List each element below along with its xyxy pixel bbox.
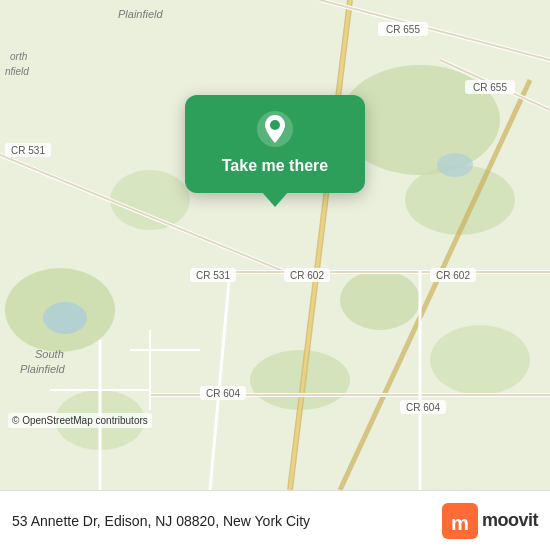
svg-point-10 [437, 153, 473, 177]
svg-text:CR 655: CR 655 [386, 24, 420, 35]
moovit-text: moovit [482, 510, 538, 531]
svg-text:CR 531: CR 531 [196, 270, 230, 281]
svg-text:CR 655: CR 655 [473, 82, 507, 93]
svg-text:Plainfield: Plainfield [20, 363, 66, 375]
svg-text:m: m [451, 511, 469, 533]
svg-text:nfield: nfield [5, 66, 29, 77]
svg-text:CR 602: CR 602 [436, 270, 470, 281]
svg-text:South: South [35, 348, 64, 360]
popup-label: Take me there [222, 157, 328, 175]
map-container: CR 655 CR 655 CR 531 CR 531 CR 602 CR 60… [0, 0, 550, 490]
address-text: 53 Annette Dr, Edison, NJ 08820, New Yor… [12, 513, 442, 529]
osm-credit: © OpenStreetMap contributors [8, 413, 152, 428]
svg-text:CR 604: CR 604 [406, 402, 440, 413]
svg-point-4 [340, 270, 420, 330]
svg-point-52 [270, 120, 280, 130]
moovit-logo-icon: m [442, 503, 478, 539]
svg-text:orth: orth [10, 51, 28, 62]
svg-text:CR 604: CR 604 [206, 388, 240, 399]
svg-point-9 [43, 302, 87, 334]
svg-point-8 [430, 325, 530, 395]
svg-text:CR 602: CR 602 [290, 270, 324, 281]
svg-point-5 [110, 170, 190, 230]
svg-text:CR 531: CR 531 [11, 145, 45, 156]
svg-text:Plainfield: Plainfield [118, 8, 164, 20]
bottom-bar: 53 Annette Dr, Edison, NJ 08820, New Yor… [0, 490, 550, 550]
location-pin-icon [255, 109, 295, 149]
navigation-popup[interactable]: Take me there [185, 95, 365, 193]
moovit-logo: m moovit [442, 503, 538, 539]
